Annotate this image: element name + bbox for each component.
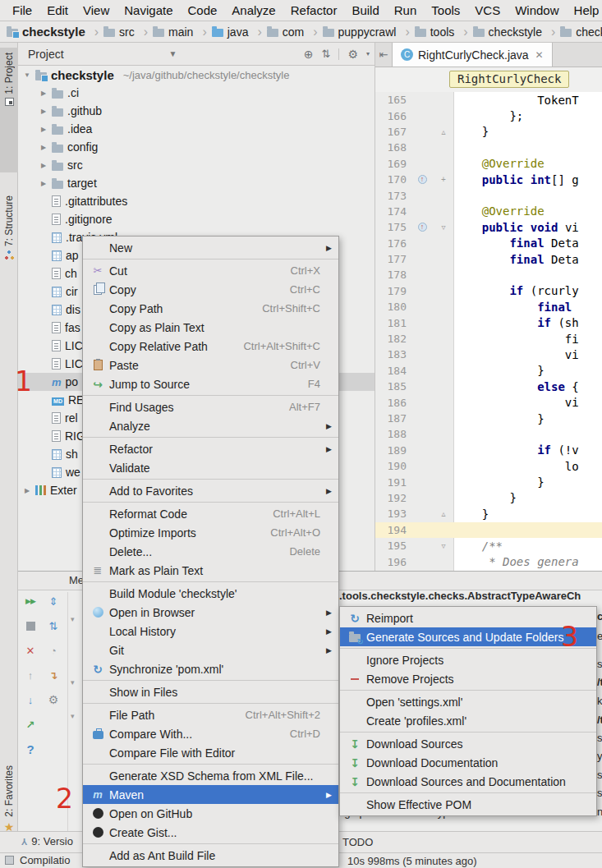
context-menu-item[interactable]: Open on GitHub ▶ bbox=[83, 804, 338, 823]
context-menu-item[interactable]: Build Module 'checkstyle' ▶ bbox=[83, 584, 338, 603]
context-menu-item[interactable]: File Path Ctrl+Alt+Shift+2 ▶ bbox=[83, 705, 338, 724]
tree-row[interactable]: .gitattributes bbox=[18, 192, 375, 210]
menu-bar-item[interactable]: Code bbox=[180, 3, 224, 17]
submenu-item[interactable]: Open 'settings.xml' ▶ bbox=[340, 692, 596, 711]
menu-bar-item[interactable]: Window bbox=[508, 3, 566, 17]
override-icon[interactable] bbox=[418, 175, 427, 184]
context-menu-item[interactable]: Create Gist... ▶ bbox=[83, 823, 338, 842]
submenu-item[interactable]: Reimport ▶ bbox=[340, 609, 596, 627]
breadcrumb-item[interactable]: puppycrawl › bbox=[323, 25, 415, 39]
tool-window-tab-structure[interactable]: 7: Structure bbox=[0, 192, 18, 299]
toolbar-button[interactable] bbox=[23, 717, 38, 732]
breadcrumb-item[interactable]: tools › bbox=[415, 25, 473, 39]
context-menu-item[interactable]: Copy as Plain Text ▶ bbox=[83, 318, 338, 337]
tree-row[interactable]: .gitignore bbox=[18, 210, 375, 228]
fold-marker-icon[interactable]: ▿ bbox=[433, 223, 454, 232]
expand-arrow-icon[interactable]: ▶ bbox=[39, 144, 48, 151]
context-menu-item[interactable]: Compare File with Editor ▶ bbox=[83, 743, 338, 762]
submenu-item[interactable]: Download Sources and Documentation ▶ bbox=[340, 772, 596, 791]
breadcrumb-item[interactable]: checkstyle › bbox=[473, 25, 561, 39]
submenu-item[interactable]: Ignore Projects ▶ bbox=[340, 650, 596, 669]
submenu-item[interactable]: Create 'profiles.xml' ▶ bbox=[340, 711, 596, 730]
fold-marker-icon[interactable]: + bbox=[433, 175, 454, 184]
toolbar-button[interactable] bbox=[23, 692, 38, 707]
breadcrumb-item[interactable]: checkstyle › bbox=[7, 25, 103, 39]
menu-bar-item[interactable]: Analyze bbox=[224, 3, 283, 17]
editor-tab[interactable]: RightCurlyCheck.java ✕ bbox=[392, 43, 553, 67]
context-menu-item[interactable]: Maven ▶ bbox=[83, 785, 338, 804]
menu-bar-item[interactable]: Run bbox=[387, 3, 425, 17]
context-menu-item[interactable]: Optimize Imports Ctrl+Alt+O ▶ bbox=[83, 523, 338, 542]
breadcrumb-item[interactable]: src › bbox=[103, 25, 153, 39]
context-menu-item[interactable]: Open in Browser ▶ bbox=[83, 603, 338, 622]
expand-arrow-icon[interactable]: ▶ bbox=[39, 126, 48, 133]
breadcrumb-item[interactable]: java › bbox=[212, 25, 267, 39]
submenu-item[interactable]: Generate Sources and Update Folders ▶ bbox=[340, 627, 596, 646]
context-menu-item[interactable]: Synchronize 'pom.xml' ▶ bbox=[83, 659, 338, 678]
close-icon[interactable]: ✕ bbox=[535, 49, 544, 61]
fold-marker-icon[interactable]: ▵ bbox=[433, 127, 454, 136]
tree-row[interactable]: ▼ checkstyle ~/java/github/checkstyle/ch… bbox=[18, 66, 375, 84]
fold-marker-icon[interactable]: ▿ bbox=[433, 541, 454, 550]
toolbar-button[interactable] bbox=[46, 692, 61, 707]
context-menu-item[interactable]: Analyze ▶ bbox=[83, 416, 338, 435]
override-icon[interactable] bbox=[418, 223, 427, 232]
chevron-down-icon[interactable]: ▼ bbox=[169, 49, 177, 58]
expand-arrow-icon[interactable]: ▶ bbox=[39, 162, 48, 169]
breadcrumb-item[interactable]: main › bbox=[153, 25, 212, 39]
context-menu-item[interactable]: Paste Ctrl+V ▶ bbox=[83, 356, 338, 374]
tree-row[interactable]: ▶ src bbox=[18, 156, 375, 174]
locate-icon[interactable] bbox=[304, 48, 314, 61]
collapse-all-icon[interactable] bbox=[322, 48, 331, 60]
context-menu-item[interactable]: Copy Ctrl+C ▶ bbox=[83, 280, 338, 299]
toolbar-button[interactable] bbox=[46, 668, 61, 682]
gear-icon[interactable] bbox=[347, 48, 358, 61]
context-menu-item[interactable]: Jump to Source F4 ▶ bbox=[83, 374, 338, 393]
tree-row[interactable]: ▶ .github bbox=[18, 102, 375, 120]
class-name-chip[interactable]: RightCurlyCheck bbox=[449, 71, 569, 88]
expand-arrow-icon[interactable]: ▶ bbox=[23, 487, 31, 494]
tree-row[interactable]: ▶ target bbox=[18, 174, 375, 192]
tool-window-tab-project[interactable]: 1: Project bbox=[0, 48, 18, 172]
context-menu-item[interactable]: Add to Favorites ▶ bbox=[83, 481, 338, 500]
context-menu-item[interactable]: Cut Ctrl+X ▶ bbox=[83, 261, 338, 280]
toolbar-button[interactable] bbox=[46, 643, 61, 658]
expand-arrow-icon[interactable]: ▶ bbox=[39, 180, 48, 187]
toolbar-button[interactable] bbox=[23, 668, 38, 682]
toolbar-button[interactable] bbox=[46, 594, 61, 609]
context-menu-item[interactable]: Local History ▶ bbox=[83, 622, 338, 641]
toolbar-button[interactable] bbox=[23, 742, 38, 756]
tool-window-tab-version-control[interactable]: 9: Versio bbox=[21, 835, 73, 847]
toolbar-button[interactable] bbox=[23, 643, 38, 658]
menu-bar-item[interactable]: VCS bbox=[467, 3, 508, 17]
expand-arrow-icon[interactable]: ▼ bbox=[23, 71, 31, 79]
menu-bar-item[interactable]: Navigate bbox=[117, 3, 180, 17]
menu-bar-item[interactable]: Refactor bbox=[283, 3, 345, 17]
context-menu-item[interactable]: Refactor ▶ bbox=[83, 439, 338, 458]
todo-label[interactable]: TODO bbox=[342, 836, 373, 848]
context-menu-item[interactable]: Copy Relative Path Ctrl+Alt+Shift+C ▶ bbox=[83, 337, 338, 356]
context-menu-item[interactable]: Mark as Plain Text ▶ bbox=[83, 561, 338, 580]
context-menu-item[interactable]: Generate XSD Schema from XML File... ▶ bbox=[83, 766, 338, 785]
context-menu-item[interactable]: Compare With... Ctrl+D ▶ bbox=[83, 724, 338, 743]
tree-row[interactable]: ▶ .idea bbox=[18, 120, 375, 138]
submenu-item[interactable]: Download Documentation ▶ bbox=[340, 753, 596, 772]
collapse-arrow-icon[interactable] bbox=[71, 712, 75, 720]
menu-bar-item[interactable]: File bbox=[5, 3, 39, 17]
context-menu-item[interactable]: New ▶ bbox=[83, 238, 338, 257]
tree-row[interactable]: ▶ .ci bbox=[18, 84, 375, 102]
context-menu-item[interactable]: Git ▶ bbox=[83, 641, 338, 659]
breadcrumb-item[interactable]: checks › bbox=[560, 25, 602, 39]
context-menu-item[interactable]: Copy Path Ctrl+Shift+C ▶ bbox=[83, 299, 338, 318]
collapse-arrow-icon[interactable] bbox=[71, 615, 75, 623]
context-menu-item[interactable]: Find Usages Alt+F7 ▶ bbox=[83, 397, 338, 416]
menu-bar-item[interactable]: Build bbox=[344, 3, 386, 17]
code-area[interactable]: 165 TokenT 166 }; 167 ▵ bbox=[375, 92, 602, 571]
menu-bar-item[interactable]: View bbox=[76, 3, 117, 17]
context-menu-item[interactable]: Delete... Delete ▶ bbox=[83, 542, 338, 561]
context-menu-item[interactable]: Validate ▶ bbox=[83, 458, 338, 477]
expand-arrow-icon[interactable]: ▶ bbox=[39, 108, 48, 115]
expand-arrow-icon[interactable]: ▶ bbox=[39, 90, 48, 97]
submenu-item[interactable]: Remove Projects ▶ bbox=[340, 669, 596, 688]
hide-panel-icon[interactable] bbox=[375, 43, 392, 67]
